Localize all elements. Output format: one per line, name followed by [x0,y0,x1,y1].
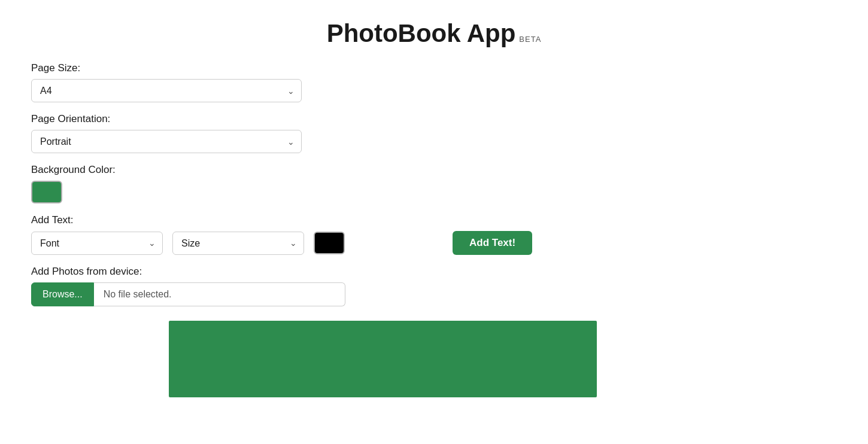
page-orientation-label: Page Orientation: [31,113,837,125]
page-orientation-group: Page Orientation: Portrait Landscape ⌄ [31,113,837,153]
file-name-display: No file selected. [94,282,345,306]
canvas-preview [169,321,597,397]
app-title-text: PhotoBook App [327,19,516,48]
page-title: PhotoBook App BETA [327,19,542,48]
browse-row: Browse... No file selected. [31,282,837,306]
page-size-select-wrapper: A4 A3 Letter Legal ⌄ [31,79,302,102]
browse-button[interactable]: Browse... [31,282,94,306]
font-select[interactable]: Font Arial Times New Roman Courier New G… [31,232,163,255]
add-photos-label: Add Photos from device: [31,266,837,278]
background-color-label: Background Color: [31,164,837,176]
add-text-button[interactable]: Add Text! [453,231,532,255]
add-text-group: Add Text: Font Arial Times New Roman Cou… [31,214,837,255]
background-color-swatch[interactable] [31,181,62,203]
add-text-label: Add Text: [31,214,837,226]
page-orientation-select-wrapper: Portrait Landscape ⌄ [31,130,302,153]
page-size-select[interactable]: A4 A3 Letter Legal [31,79,302,102]
add-text-controls: Font Arial Times New Roman Courier New G… [31,231,570,255]
text-color-swatch[interactable] [314,232,345,254]
main-content: Page Size: A4 A3 Letter Legal ⌄ Page Ori… [0,62,868,397]
background-color-group: Background Color: [31,164,837,203]
size-select-wrapper: Size 8 10 12 14 16 18 24 32 48 64 ⌄ [172,232,304,255]
page-size-label: Page Size: [31,62,837,74]
font-select-wrapper: Font Arial Times New Roman Courier New G… [31,232,163,255]
page-size-group: Page Size: A4 A3 Letter Legal ⌄ [31,62,837,102]
page-orientation-select[interactable]: Portrait Landscape [31,130,302,153]
size-select[interactable]: Size 8 10 12 14 16 18 24 32 48 64 [172,232,304,255]
page-header: PhotoBook App BETA [0,0,868,62]
add-photos-group: Add Photos from device: Browse... No fil… [31,266,837,306]
beta-badge: BETA [519,35,541,44]
